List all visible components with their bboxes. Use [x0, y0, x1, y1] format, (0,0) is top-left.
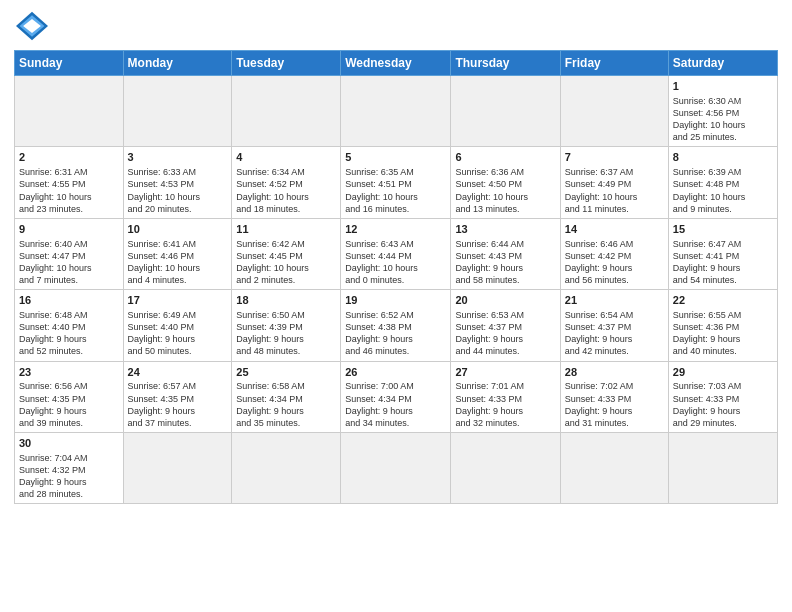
day-number: 22 — [673, 293, 773, 308]
header — [14, 10, 778, 42]
calendar-cell — [668, 433, 777, 504]
day-info: Sunrise: 6:33 AMSunset: 4:53 PMDaylight:… — [128, 166, 228, 215]
calendar-cell: 22Sunrise: 6:55 AMSunset: 4:36 PMDayligh… — [668, 290, 777, 361]
calendar-week-row-3: 9Sunrise: 6:40 AMSunset: 4:47 PMDaylight… — [15, 218, 778, 289]
calendar-cell: 19Sunrise: 6:52 AMSunset: 4:38 PMDayligh… — [341, 290, 451, 361]
day-number: 23 — [19, 365, 119, 380]
calendar-cell: 7Sunrise: 6:37 AMSunset: 4:49 PMDaylight… — [560, 147, 668, 218]
day-number: 28 — [565, 365, 664, 380]
day-info: Sunrise: 6:39 AMSunset: 4:48 PMDaylight:… — [673, 166, 773, 215]
day-info: Sunrise: 6:46 AMSunset: 4:42 PMDaylight:… — [565, 238, 664, 287]
day-info: Sunrise: 6:31 AMSunset: 4:55 PMDaylight:… — [19, 166, 119, 215]
generalblue-logo-icon — [14, 10, 50, 42]
day-info: Sunrise: 6:34 AMSunset: 4:52 PMDaylight:… — [236, 166, 336, 215]
calendar-cell — [15, 76, 124, 147]
calendar-cell: 29Sunrise: 7:03 AMSunset: 4:33 PMDayligh… — [668, 361, 777, 432]
calendar-cell: 20Sunrise: 6:53 AMSunset: 4:37 PMDayligh… — [451, 290, 560, 361]
day-info: Sunrise: 6:49 AMSunset: 4:40 PMDaylight:… — [128, 309, 228, 358]
day-info: Sunrise: 6:30 AMSunset: 4:56 PMDaylight:… — [673, 95, 773, 144]
day-info: Sunrise: 6:54 AMSunset: 4:37 PMDaylight:… — [565, 309, 664, 358]
day-info: Sunrise: 6:52 AMSunset: 4:38 PMDaylight:… — [345, 309, 446, 358]
calendar-cell: 6Sunrise: 6:36 AMSunset: 4:50 PMDaylight… — [451, 147, 560, 218]
calendar-cell: 24Sunrise: 6:57 AMSunset: 4:35 PMDayligh… — [123, 361, 232, 432]
calendar-cell — [560, 433, 668, 504]
calendar-cell: 26Sunrise: 7:00 AMSunset: 4:34 PMDayligh… — [341, 361, 451, 432]
day-number: 7 — [565, 150, 664, 165]
day-info: Sunrise: 6:40 AMSunset: 4:47 PMDaylight:… — [19, 238, 119, 287]
day-number: 6 — [455, 150, 555, 165]
weekday-header-tuesday: Tuesday — [232, 51, 341, 76]
day-number: 4 — [236, 150, 336, 165]
calendar-cell: 4Sunrise: 6:34 AMSunset: 4:52 PMDaylight… — [232, 147, 341, 218]
weekday-header-saturday: Saturday — [668, 51, 777, 76]
calendar-week-row-2: 2Sunrise: 6:31 AMSunset: 4:55 PMDaylight… — [15, 147, 778, 218]
calendar-cell: 2Sunrise: 6:31 AMSunset: 4:55 PMDaylight… — [15, 147, 124, 218]
calendar-cell: 28Sunrise: 7:02 AMSunset: 4:33 PMDayligh… — [560, 361, 668, 432]
day-number: 17 — [128, 293, 228, 308]
calendar-cell — [560, 76, 668, 147]
calendar-cell: 14Sunrise: 6:46 AMSunset: 4:42 PMDayligh… — [560, 218, 668, 289]
day-number: 29 — [673, 365, 773, 380]
calendar-cell: 12Sunrise: 6:43 AMSunset: 4:44 PMDayligh… — [341, 218, 451, 289]
calendar-cell: 25Sunrise: 6:58 AMSunset: 4:34 PMDayligh… — [232, 361, 341, 432]
calendar-week-row-6: 30Sunrise: 7:04 AMSunset: 4:32 PMDayligh… — [15, 433, 778, 504]
day-info: Sunrise: 6:50 AMSunset: 4:39 PMDaylight:… — [236, 309, 336, 358]
day-number: 21 — [565, 293, 664, 308]
calendar-cell — [341, 433, 451, 504]
day-number: 19 — [345, 293, 446, 308]
day-info: Sunrise: 7:04 AMSunset: 4:32 PMDaylight:… — [19, 452, 119, 501]
calendar-cell: 21Sunrise: 6:54 AMSunset: 4:37 PMDayligh… — [560, 290, 668, 361]
day-info: Sunrise: 6:44 AMSunset: 4:43 PMDaylight:… — [455, 238, 555, 287]
day-info: Sunrise: 6:37 AMSunset: 4:49 PMDaylight:… — [565, 166, 664, 215]
calendar-cell: 11Sunrise: 6:42 AMSunset: 4:45 PMDayligh… — [232, 218, 341, 289]
weekday-header-sunday: Sunday — [15, 51, 124, 76]
calendar-cell: 3Sunrise: 6:33 AMSunset: 4:53 PMDaylight… — [123, 147, 232, 218]
day-info: Sunrise: 6:55 AMSunset: 4:36 PMDaylight:… — [673, 309, 773, 358]
page: SundayMondayTuesdayWednesdayThursdayFrid… — [0, 0, 792, 612]
calendar-cell — [123, 76, 232, 147]
day-number: 8 — [673, 150, 773, 165]
day-number: 2 — [19, 150, 119, 165]
day-info: Sunrise: 6:42 AMSunset: 4:45 PMDaylight:… — [236, 238, 336, 287]
day-number: 3 — [128, 150, 228, 165]
calendar-cell: 27Sunrise: 7:01 AMSunset: 4:33 PMDayligh… — [451, 361, 560, 432]
day-number: 30 — [19, 436, 119, 451]
day-number: 20 — [455, 293, 555, 308]
calendar-cell: 18Sunrise: 6:50 AMSunset: 4:39 PMDayligh… — [232, 290, 341, 361]
day-info: Sunrise: 6:41 AMSunset: 4:46 PMDaylight:… — [128, 238, 228, 287]
calendar-cell: 13Sunrise: 6:44 AMSunset: 4:43 PMDayligh… — [451, 218, 560, 289]
calendar-cell — [123, 433, 232, 504]
day-number: 10 — [128, 222, 228, 237]
calendar-cell — [451, 76, 560, 147]
calendar-cell: 10Sunrise: 6:41 AMSunset: 4:46 PMDayligh… — [123, 218, 232, 289]
calendar-table: SundayMondayTuesdayWednesdayThursdayFrid… — [14, 50, 778, 504]
day-number: 27 — [455, 365, 555, 380]
day-info: Sunrise: 7:01 AMSunset: 4:33 PMDaylight:… — [455, 380, 555, 429]
day-info: Sunrise: 6:48 AMSunset: 4:40 PMDaylight:… — [19, 309, 119, 358]
weekday-header-thursday: Thursday — [451, 51, 560, 76]
weekday-header-monday: Monday — [123, 51, 232, 76]
calendar-cell: 9Sunrise: 6:40 AMSunset: 4:47 PMDaylight… — [15, 218, 124, 289]
day-number: 25 — [236, 365, 336, 380]
day-number: 26 — [345, 365, 446, 380]
day-info: Sunrise: 6:36 AMSunset: 4:50 PMDaylight:… — [455, 166, 555, 215]
calendar-cell: 16Sunrise: 6:48 AMSunset: 4:40 PMDayligh… — [15, 290, 124, 361]
calendar-cell — [232, 433, 341, 504]
day-info: Sunrise: 6:53 AMSunset: 4:37 PMDaylight:… — [455, 309, 555, 358]
day-number: 16 — [19, 293, 119, 308]
logo — [14, 10, 54, 42]
calendar-cell: 30Sunrise: 7:04 AMSunset: 4:32 PMDayligh… — [15, 433, 124, 504]
day-number: 1 — [673, 79, 773, 94]
calendar-cell — [341, 76, 451, 147]
calendar-cell: 5Sunrise: 6:35 AMSunset: 4:51 PMDaylight… — [341, 147, 451, 218]
day-info: Sunrise: 7:03 AMSunset: 4:33 PMDaylight:… — [673, 380, 773, 429]
day-info: Sunrise: 6:35 AMSunset: 4:51 PMDaylight:… — [345, 166, 446, 215]
day-number: 14 — [565, 222, 664, 237]
day-number: 12 — [345, 222, 446, 237]
calendar-cell: 1Sunrise: 6:30 AMSunset: 4:56 PMDaylight… — [668, 76, 777, 147]
day-number: 18 — [236, 293, 336, 308]
day-number: 15 — [673, 222, 773, 237]
day-number: 9 — [19, 222, 119, 237]
calendar-week-row-5: 23Sunrise: 6:56 AMSunset: 4:35 PMDayligh… — [15, 361, 778, 432]
day-info: Sunrise: 6:58 AMSunset: 4:34 PMDaylight:… — [236, 380, 336, 429]
